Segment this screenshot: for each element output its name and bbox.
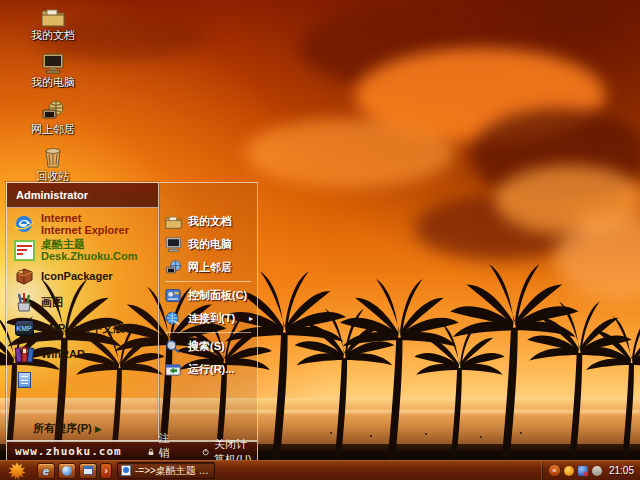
- start-menu-footer: www.zhuoku.com 注销(L) 关闭计算机(U): [6, 441, 258, 462]
- chevron-right-icon: ›: [105, 466, 108, 476]
- quick-launch-internet-explorer[interactable]: e: [37, 463, 55, 479]
- power-icon: [202, 446, 209, 458]
- start-menu-user-name: Administrator: [7, 183, 158, 208]
- program-label: 画图: [41, 296, 63, 308]
- desktop-icon-my-documents[interactable]: 我的文档: [20, 3, 86, 41]
- desktop-icon-label: 我的文档: [20, 29, 86, 41]
- menu-separator: [165, 332, 251, 333]
- my-documents-icon: [20, 3, 86, 27]
- desktop-icon-label: 回收站: [20, 170, 86, 182]
- theme-tray-icon[interactable]: [564, 466, 574, 476]
- start-item-my-documents[interactable]: 我的文档: [163, 210, 253, 233]
- start-menu-left-panel: Administrator Internet Internet Explorer: [6, 182, 159, 441]
- run-icon: [163, 361, 183, 379]
- quick-launch-expand-button[interactable]: ›: [100, 463, 112, 479]
- connect-to-icon: [163, 310, 183, 328]
- start-button[interactable]: [0, 462, 34, 480]
- submenu-arrow-icon: ▸: [249, 314, 253, 323]
- recycle-bin-icon: [20, 144, 86, 168]
- start-item-blue-document[interactable]: [9, 367, 156, 393]
- desktop-icon-recycle-bin[interactable]: 回收站: [20, 144, 86, 182]
- search-icon: [163, 338, 183, 356]
- start-item-connect-to[interactable]: 连接到(T) ▸: [163, 307, 253, 330]
- program-label: WinRAR: [41, 348, 85, 360]
- zhuoku-theme-icon: [12, 239, 36, 261]
- zhuoku-site-label: www.zhuoku.com: [15, 445, 122, 458]
- globe-icon: [62, 466, 72, 476]
- blue-document-icon: [12, 369, 36, 391]
- menu-label: 我的电脑: [188, 237, 232, 252]
- iconpackager-icon: [12, 265, 36, 287]
- menu-label: 我的文档: [188, 214, 232, 229]
- pinned-programs-list: Internet Internet Explorer 桌酷主题Desk.Zhuo…: [7, 208, 158, 396]
- volume-tray-icon[interactable]: [592, 466, 602, 476]
- desktop-icon-network-places[interactable]: 网上邻居: [20, 97, 86, 135]
- start-item-paint[interactable]: 画图: [9, 289, 156, 315]
- start-item-zhuoku-theme[interactable]: 桌酷主题Desk.Zhuoku.Com: [9, 237, 156, 263]
- menu-label: 控制面板(C): [188, 288, 247, 303]
- start-item-my-computer[interactable]: 我的电脑: [163, 233, 253, 256]
- program-label: Internet: [41, 212, 81, 224]
- menu-label: 运行(R)...: [188, 362, 234, 377]
- paint-icon: [12, 291, 36, 313]
- program-label: KMPlayer中文版: [41, 322, 124, 334]
- menu-label: 网上邻居: [188, 260, 232, 275]
- taskbar: e › -=>>桌酷主题 - Mic... « 21:05: [0, 460, 640, 480]
- start-item-run[interactable]: 运行(R)...: [163, 358, 253, 381]
- start-item-winrar[interactable]: WinRAR: [9, 341, 156, 367]
- desktop-icon-my-computer[interactable]: 我的电脑: [20, 50, 86, 88]
- network-places-icon: [20, 97, 86, 121]
- cloud: [245, 118, 455, 188]
- quick-launch-window[interactable]: [79, 463, 97, 479]
- desktop-icon-label: 网上邻居: [20, 123, 86, 135]
- network-tray-icon[interactable]: [578, 466, 588, 476]
- menu-separator: [165, 281, 251, 282]
- quick-launch-globe[interactable]: [58, 463, 76, 479]
- start-item-kmplayer[interactable]: KMP KMPlayer中文版: [9, 315, 156, 341]
- my-computer-icon: [20, 50, 86, 74]
- start-item-internet-explorer[interactable]: Internet Internet Explorer: [9, 211, 156, 237]
- menu-label: 连接到(T): [188, 311, 235, 326]
- my-computer-icon: [163, 236, 183, 254]
- all-programs-arrow-icon: ▶: [95, 424, 102, 434]
- all-programs-button[interactable]: 所有程序(P) ▶: [33, 421, 102, 436]
- start-item-control-panel[interactable]: 控制面板(C): [163, 284, 253, 307]
- taskbar-window-button[interactable]: -=>>桌酷主题 - Mic...: [117, 462, 215, 479]
- start-menu: Administrator Internet Internet Explorer: [6, 182, 258, 462]
- tray-collapse-chevron-icon[interactable]: «: [549, 465, 560, 476]
- winrar-icon: [12, 343, 36, 365]
- network-places-icon: [163, 259, 183, 277]
- my-documents-icon: [163, 213, 183, 231]
- menu-label: 搜索(S): [188, 339, 225, 354]
- taskbar-window-title: -=>>桌酷主题 - Mic...: [135, 464, 211, 478]
- internet-explorer-icon: [12, 213, 36, 235]
- program-label: IconPackager: [41, 270, 113, 282]
- lock-icon: [148, 446, 154, 458]
- start-item-network-places[interactable]: 网上邻居: [163, 256, 253, 279]
- window-icon: [83, 466, 93, 475]
- start-item-iconpackager[interactable]: IconPackager: [9, 263, 156, 289]
- desktop-screen: 我的文档 我的电脑 网上邻居 回收站 Administrator: [0, 0, 640, 480]
- start-item-search[interactable]: 搜索(S): [163, 335, 253, 358]
- start-menu-right-panel: 我的文档 我的电脑 网上邻居: [157, 182, 258, 441]
- taskbar-clock[interactable]: 21:05: [609, 465, 634, 476]
- zhuoku-leaf-icon: [4, 462, 30, 480]
- kmplayer-icon: KMP: [12, 317, 36, 339]
- desktop-icon-label: 我的电脑: [20, 76, 86, 88]
- program-sublabel: Internet Explorer: [41, 224, 129, 236]
- ie-page-icon: [121, 465, 131, 476]
- desktop-icon-column: 我的文档 我的电脑 网上邻居 回收站: [20, 3, 86, 191]
- control-panel-icon: [163, 287, 183, 305]
- all-programs-label: 所有程序(P): [33, 422, 92, 434]
- system-tray: « 21:05: [542, 461, 640, 480]
- program-label: 桌酷主题Desk.Zhuoku.Com: [41, 238, 153, 262]
- internet-explorer-icon: e: [43, 466, 49, 476]
